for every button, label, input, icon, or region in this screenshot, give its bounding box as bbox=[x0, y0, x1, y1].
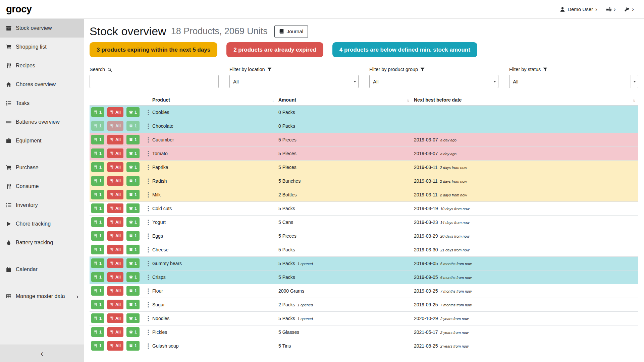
consume-all-button[interactable]: All bbox=[107, 190, 123, 199]
open-one-button[interactable]: 1 bbox=[126, 258, 140, 268]
app-logo[interactable]: grocy bbox=[6, 4, 32, 15]
consume-one-button[interactable]: 1 bbox=[91, 300, 104, 309]
consume-all-button[interactable]: All bbox=[107, 203, 123, 213]
consume-all-button[interactable]: All bbox=[107, 107, 123, 117]
consume-all-button[interactable]: All bbox=[107, 300, 123, 309]
open-one-button[interactable]: 1 bbox=[126, 245, 140, 254]
row-menu-button[interactable]: ⋮ bbox=[144, 247, 153, 253]
consume-one-button[interactable]: 1 bbox=[91, 203, 104, 213]
consume-all-button[interactable]: All bbox=[107, 313, 123, 323]
consume-all-button[interactable]: All bbox=[107, 162, 123, 172]
open-one-button[interactable]: 1 bbox=[126, 313, 140, 323]
row-menu-button[interactable]: ⋮ bbox=[144, 329, 153, 335]
row-menu-button[interactable]: ⋮ bbox=[144, 192, 153, 198]
sidebar-collapse-button[interactable]: ‹ bbox=[0, 345, 84, 362]
sidebar-item-consume[interactable]: Consume bbox=[0, 177, 84, 196]
consume-one-button[interactable]: 1 bbox=[91, 258, 104, 268]
consume-one-button[interactable]: 1 bbox=[91, 217, 104, 227]
row-menu-button[interactable]: ⋮ bbox=[144, 164, 153, 170]
consume-one-button[interactable]: 1 bbox=[91, 135, 104, 144]
open-one-button[interactable]: 1 bbox=[126, 272, 140, 282]
consume-one-button[interactable]: 1 bbox=[91, 107, 104, 117]
sidebar-item-batteries-overview[interactable]: Batteries overview bbox=[0, 113, 84, 131]
settings-menu[interactable]: › bbox=[606, 6, 616, 12]
consume-all-button[interactable]: All bbox=[107, 135, 123, 144]
consume-one-button[interactable]: 1 bbox=[91, 190, 104, 199]
consume-one-button[interactable]: 1 bbox=[91, 341, 104, 351]
row-menu-button[interactable]: ⋮ bbox=[144, 288, 153, 294]
consume-all-button[interactable]: All bbox=[107, 121, 123, 131]
row-menu-button[interactable]: ⋮ bbox=[144, 274, 153, 280]
open-one-button[interactable]: 1 bbox=[126, 341, 140, 351]
sidebar-item-chore-tracking[interactable]: Chore tracking bbox=[0, 215, 84, 233]
column-header-product[interactable]: Product ↑↓ bbox=[151, 95, 277, 106]
admin-menu[interactable]: › bbox=[624, 6, 634, 12]
consume-all-button[interactable]: All bbox=[107, 341, 123, 351]
sidebar-item-recipes[interactable]: Recipes bbox=[0, 56, 84, 75]
consume-all-button[interactable]: All bbox=[107, 148, 123, 158]
consume-all-button[interactable]: All bbox=[107, 286, 123, 296]
journal-button[interactable]: Journal bbox=[274, 25, 308, 38]
row-menu-button[interactable]: ⋮ bbox=[144, 205, 153, 212]
column-header-date[interactable]: Next best before date ↑↓ bbox=[412, 95, 638, 106]
open-one-button[interactable]: 1 bbox=[126, 231, 140, 241]
search-input[interactable] bbox=[90, 75, 219, 88]
sidebar-item-shopping-list[interactable]: Shopping list bbox=[0, 38, 84, 56]
consume-one-button[interactable]: 1 bbox=[91, 231, 104, 241]
consume-all-button[interactable]: All bbox=[107, 217, 123, 227]
open-one-button[interactable]: 1 bbox=[126, 286, 140, 296]
row-menu-button[interactable]: ⋮ bbox=[144, 315, 153, 321]
open-one-button[interactable]: 1 bbox=[126, 300, 140, 309]
open-one-button[interactable]: 1 bbox=[126, 217, 140, 227]
sidebar-item-inventory[interactable]: Inventory bbox=[0, 196, 84, 215]
consume-one-button[interactable]: 1 bbox=[91, 272, 104, 282]
product-group-select[interactable]: All bbox=[369, 75, 498, 88]
consume-all-button[interactable]: All bbox=[107, 231, 123, 241]
sidebar-item-purchase[interactable]: Purchase bbox=[0, 158, 84, 177]
consume-all-button[interactable]: All bbox=[107, 176, 123, 186]
consume-one-button[interactable]: 1 bbox=[91, 286, 104, 296]
consume-one-button[interactable]: 1 bbox=[91, 121, 104, 131]
sidebar-item-chores-overview[interactable]: Chores overview bbox=[0, 75, 84, 94]
open-one-button[interactable]: 1 bbox=[126, 121, 140, 131]
open-one-button[interactable]: 1 bbox=[126, 162, 140, 172]
row-menu-button[interactable]: ⋮ bbox=[144, 233, 153, 239]
row-menu-button[interactable]: ⋮ bbox=[144, 178, 153, 184]
sidebar-item-equipment[interactable]: Equipment bbox=[0, 131, 84, 150]
column-header-amount[interactable]: Amount ↑↓ bbox=[277, 95, 412, 106]
sidebar-item-tasks[interactable]: Tasks bbox=[0, 94, 84, 113]
row-menu-button[interactable]: ⋮ bbox=[144, 343, 153, 349]
open-one-button[interactable]: 1 bbox=[126, 190, 140, 199]
consume-one-button[interactable]: 1 bbox=[91, 148, 104, 158]
row-menu-button[interactable]: ⋮ bbox=[144, 260, 153, 266]
row-menu-button[interactable]: ⋮ bbox=[144, 302, 153, 308]
open-one-button[interactable]: 1 bbox=[126, 327, 140, 337]
consume-all-button[interactable]: All bbox=[107, 272, 123, 282]
open-one-button[interactable]: 1 bbox=[126, 148, 140, 158]
sidebar-item-manage-master-data[interactable]: Manage master data › bbox=[0, 287, 84, 306]
expired-products-pill[interactable]: 2 products are already expired bbox=[226, 42, 323, 57]
row-menu-button[interactable]: ⋮ bbox=[144, 123, 153, 129]
consume-one-button[interactable]: 1 bbox=[91, 245, 104, 254]
expiring-products-pill[interactable]: 3 products expiring within the next 5 da… bbox=[90, 42, 217, 57]
sidebar-item-battery-tracking[interactable]: Battery tracking bbox=[0, 233, 84, 252]
below-min-stock-pill[interactable]: 4 products are below defined min. stock … bbox=[332, 42, 477, 57]
consume-one-button[interactable]: 1 bbox=[91, 313, 104, 323]
sidebar-item-stock-overview[interactable]: Stock overview bbox=[0, 19, 84, 38]
open-one-button[interactable]: 1 bbox=[126, 203, 140, 213]
consume-one-button[interactable]: 1 bbox=[91, 327, 104, 337]
sidebar-item-calendar[interactable]: Calendar bbox=[0, 260, 84, 279]
consume-all-button[interactable]: All bbox=[107, 245, 123, 254]
user-menu[interactable]: Demo User › bbox=[560, 6, 597, 12]
status-select[interactable]: All bbox=[509, 75, 638, 88]
row-menu-button[interactable]: ⋮ bbox=[144, 219, 153, 225]
row-menu-button[interactable]: ⋮ bbox=[144, 150, 153, 157]
consume-all-button[interactable]: All bbox=[107, 258, 123, 268]
open-one-button[interactable]: 1 bbox=[126, 135, 140, 144]
location-select[interactable]: All bbox=[229, 75, 359, 88]
consume-one-button[interactable]: 1 bbox=[91, 176, 104, 186]
row-menu-button[interactable]: ⋮ bbox=[144, 137, 153, 143]
row-menu-button[interactable]: ⋮ bbox=[144, 109, 153, 115]
open-one-button[interactable]: 1 bbox=[126, 176, 140, 186]
open-one-button[interactable]: 1 bbox=[126, 107, 140, 117]
